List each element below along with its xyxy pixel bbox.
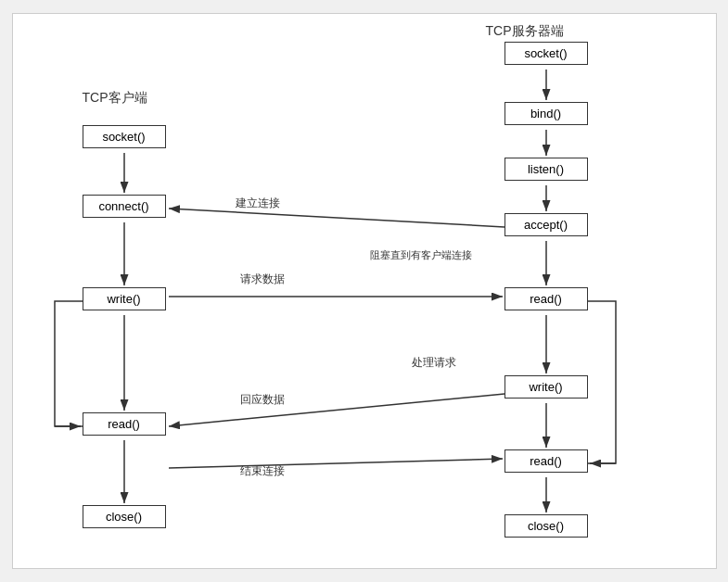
request-label: 请求数据 bbox=[240, 272, 285, 287]
svg-line-17 bbox=[169, 394, 504, 426]
client-write-box: write() bbox=[83, 287, 166, 310]
client-title-label: TCP客户端 bbox=[83, 90, 147, 107]
server-read2-box: read() bbox=[504, 449, 588, 473]
close-label: 结束连接 bbox=[240, 463, 285, 479]
server-read1-box: read() bbox=[504, 287, 588, 310]
server-close-box: close() bbox=[504, 514, 588, 538]
client-connect-box: connect() bbox=[83, 195, 166, 218]
svg-line-15 bbox=[169, 209, 504, 227]
svg-line-18 bbox=[169, 459, 503, 468]
client-socket-box: socket() bbox=[83, 125, 166, 148]
server-title-label: TCP服务器端 bbox=[486, 23, 564, 40]
client-read-box: read() bbox=[83, 412, 166, 436]
diagram-container: TCP客户端 TCP服务器端 socket() connect() write(… bbox=[12, 13, 717, 569]
response-label: 回应数据 bbox=[240, 392, 285, 408]
server-socket-box: socket() bbox=[504, 42, 588, 65]
process-label: 处理请求 bbox=[412, 355, 456, 371]
server-write-box: write() bbox=[504, 375, 588, 399]
server-listen-box: listen() bbox=[504, 158, 588, 181]
block-label: 阻塞直到有客户端连接 bbox=[370, 248, 472, 262]
client-close-box: close() bbox=[83, 505, 166, 528]
server-accept-box: accept() bbox=[504, 213, 588, 236]
server-bind-box: bind() bbox=[504, 102, 588, 125]
connect-label: 建立连接 bbox=[236, 196, 280, 211]
